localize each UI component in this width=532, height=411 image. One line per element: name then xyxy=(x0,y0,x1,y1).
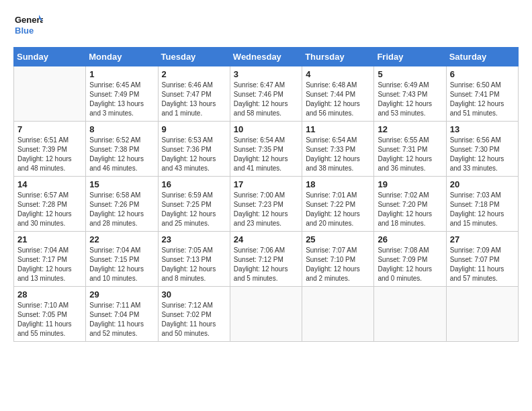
calendar-cell: 13Sunrise: 6:56 AMSunset: 7:30 PMDayligh… xyxy=(446,122,518,177)
calendar-week-3: 21Sunrise: 7:04 AMSunset: 7:17 PMDayligh… xyxy=(14,232,519,287)
day-info: Sunrise: 7:08 AMSunset: 7:09 PMDaylight:… xyxy=(378,246,442,283)
day-number: 1 xyxy=(89,69,154,79)
weekday-header-row: SundayMondayTuesdayWednesdayThursdayFrid… xyxy=(14,48,519,66)
calendar-week-1: 7Sunrise: 6:51 AMSunset: 7:39 PMDaylight… xyxy=(14,122,519,177)
day-info: Sunrise: 6:53 AMSunset: 7:36 PMDaylight:… xyxy=(162,136,226,173)
calendar-cell: 1Sunrise: 6:45 AMSunset: 7:49 PMDaylight… xyxy=(86,66,158,122)
calendar-cell: 26Sunrise: 7:08 AMSunset: 7:09 PMDayligh… xyxy=(374,232,446,287)
day-number: 5 xyxy=(378,69,442,79)
day-info: Sunrise: 7:11 AMSunset: 7:04 PMDaylight:… xyxy=(89,301,154,338)
calendar-cell: 25Sunrise: 7:07 AMSunset: 7:10 PMDayligh… xyxy=(302,232,374,287)
calendar-cell: 9Sunrise: 6:53 AMSunset: 7:36 PMDaylight… xyxy=(158,122,230,177)
day-info: Sunrise: 6:50 AMSunset: 7:41 PMDaylight:… xyxy=(450,81,515,118)
weekday-header-sunday: Sunday xyxy=(14,48,86,66)
day-number: 17 xyxy=(234,179,298,189)
day-number: 13 xyxy=(450,124,515,134)
weekday-header-friday: Friday xyxy=(374,48,446,66)
calendar-cell: 22Sunrise: 7:04 AMSunset: 7:15 PMDayligh… xyxy=(86,232,158,287)
calendar-cell: 5Sunrise: 6:49 AMSunset: 7:43 PMDaylight… xyxy=(374,66,446,122)
calendar-cell: 16Sunrise: 6:59 AMSunset: 7:25 PMDayligh… xyxy=(158,177,230,232)
day-info: Sunrise: 6:46 AMSunset: 7:47 PMDaylight:… xyxy=(162,81,226,118)
day-info: Sunrise: 6:58 AMSunset: 7:26 PMDaylight:… xyxy=(89,191,154,228)
day-number: 18 xyxy=(306,179,370,189)
calendar-cell: 6Sunrise: 6:50 AMSunset: 7:41 PMDaylight… xyxy=(446,66,518,122)
day-number: 28 xyxy=(17,289,82,300)
day-number: 16 xyxy=(162,179,226,189)
day-info: Sunrise: 6:48 AMSunset: 7:44 PMDaylight:… xyxy=(306,81,370,118)
weekday-header-tuesday: Tuesday xyxy=(158,48,230,66)
day-number: 24 xyxy=(234,234,298,244)
day-info: Sunrise: 7:00 AMSunset: 7:23 PMDaylight:… xyxy=(234,191,298,228)
logo-svg: General Blue xyxy=(13,11,43,40)
calendar-cell xyxy=(374,287,446,342)
calendar-week-2: 14Sunrise: 6:57 AMSunset: 7:28 PMDayligh… xyxy=(14,177,519,232)
day-info: Sunrise: 7:02 AMSunset: 7:20 PMDaylight:… xyxy=(378,191,442,228)
calendar-cell xyxy=(230,287,302,342)
weekday-header-thursday: Thursday xyxy=(302,48,374,66)
calendar-cell: 18Sunrise: 7:01 AMSunset: 7:22 PMDayligh… xyxy=(302,177,374,232)
calendar-table: SundayMondayTuesdayWednesdayThursdayFrid… xyxy=(13,47,519,342)
day-number: 30 xyxy=(162,289,226,300)
day-info: Sunrise: 6:49 AMSunset: 7:43 PMDaylight:… xyxy=(378,81,442,118)
day-info: Sunrise: 7:04 AMSunset: 7:17 PMDaylight:… xyxy=(17,246,82,283)
day-number: 19 xyxy=(378,179,442,189)
calendar-cell: 4Sunrise: 6:48 AMSunset: 7:44 PMDaylight… xyxy=(302,66,374,122)
day-number: 9 xyxy=(162,124,226,134)
day-number: 8 xyxy=(89,124,154,134)
calendar-cell: 28Sunrise: 7:10 AMSunset: 7:05 PMDayligh… xyxy=(14,287,86,342)
calendar-cell xyxy=(446,287,518,342)
day-number: 2 xyxy=(162,69,226,79)
calendar-cell: 21Sunrise: 7:04 AMSunset: 7:17 PMDayligh… xyxy=(14,232,86,287)
day-number: 21 xyxy=(17,234,82,244)
calendar-cell: 27Sunrise: 7:09 AMSunset: 7:07 PMDayligh… xyxy=(446,232,518,287)
page-container: General Blue SundayMondayTuesdayWednesda… xyxy=(0,0,532,349)
day-number: 7 xyxy=(17,124,82,134)
calendar-cell: 8Sunrise: 6:52 AMSunset: 7:38 PMDaylight… xyxy=(86,122,158,177)
calendar-cell: 19Sunrise: 7:02 AMSunset: 7:20 PMDayligh… xyxy=(374,177,446,232)
day-info: Sunrise: 7:01 AMSunset: 7:22 PMDaylight:… xyxy=(306,191,370,228)
day-number: 10 xyxy=(234,124,298,134)
day-number: 25 xyxy=(306,234,370,244)
day-number: 12 xyxy=(378,124,442,134)
calendar-cell: 24Sunrise: 7:06 AMSunset: 7:12 PMDayligh… xyxy=(230,232,302,287)
calendar-cell: 15Sunrise: 6:58 AMSunset: 7:26 PMDayligh… xyxy=(86,177,158,232)
day-info: Sunrise: 7:12 AMSunset: 7:02 PMDaylight:… xyxy=(162,301,226,338)
day-info: Sunrise: 7:04 AMSunset: 7:15 PMDaylight:… xyxy=(89,246,154,283)
day-number: 14 xyxy=(17,179,82,189)
calendar-cell: 14Sunrise: 6:57 AMSunset: 7:28 PMDayligh… xyxy=(14,177,86,232)
day-info: Sunrise: 6:52 AMSunset: 7:38 PMDaylight:… xyxy=(89,136,154,173)
calendar-cell: 3Sunrise: 6:47 AMSunset: 7:46 PMDaylight… xyxy=(230,66,302,122)
day-info: Sunrise: 7:05 AMSunset: 7:13 PMDaylight:… xyxy=(162,246,226,283)
day-number: 6 xyxy=(450,69,515,79)
weekday-header-wednesday: Wednesday xyxy=(230,48,302,66)
svg-text:General: General xyxy=(15,15,43,25)
calendar-cell: 2Sunrise: 6:46 AMSunset: 7:47 PMDaylight… xyxy=(158,66,230,122)
header: General Blue xyxy=(13,11,519,40)
calendar-cell: 12Sunrise: 6:55 AMSunset: 7:31 PMDayligh… xyxy=(374,122,446,177)
day-number: 29 xyxy=(89,289,154,300)
day-info: Sunrise: 6:45 AMSunset: 7:49 PMDaylight:… xyxy=(89,81,154,118)
day-number: 11 xyxy=(306,124,370,134)
calendar-cell: 30Sunrise: 7:12 AMSunset: 7:02 PMDayligh… xyxy=(158,287,230,342)
day-number: 4 xyxy=(306,69,370,79)
logo: General Blue xyxy=(13,11,44,40)
calendar-cell xyxy=(302,287,374,342)
day-info: Sunrise: 6:56 AMSunset: 7:30 PMDaylight:… xyxy=(450,136,515,173)
calendar-cell: 23Sunrise: 7:05 AMSunset: 7:13 PMDayligh… xyxy=(158,232,230,287)
weekday-header-saturday: Saturday xyxy=(446,48,518,66)
day-number: 26 xyxy=(378,234,442,244)
day-info: Sunrise: 6:51 AMSunset: 7:39 PMDaylight:… xyxy=(17,136,82,173)
day-info: Sunrise: 6:47 AMSunset: 7:46 PMDaylight:… xyxy=(234,81,298,118)
day-info: Sunrise: 7:07 AMSunset: 7:10 PMDaylight:… xyxy=(306,246,370,283)
calendar-cell: 29Sunrise: 7:11 AMSunset: 7:04 PMDayligh… xyxy=(86,287,158,342)
calendar-cell: 17Sunrise: 7:00 AMSunset: 7:23 PMDayligh… xyxy=(230,177,302,232)
day-info: Sunrise: 7:09 AMSunset: 7:07 PMDaylight:… xyxy=(450,246,515,283)
day-number: 15 xyxy=(89,179,154,189)
day-info: Sunrise: 6:55 AMSunset: 7:31 PMDaylight:… xyxy=(378,136,442,173)
day-info: Sunrise: 6:54 AMSunset: 7:33 PMDaylight:… xyxy=(306,136,370,173)
day-number: 3 xyxy=(234,69,298,79)
day-number: 27 xyxy=(450,234,515,244)
day-info: Sunrise: 7:10 AMSunset: 7:05 PMDaylight:… xyxy=(17,301,82,338)
calendar-cell xyxy=(14,66,86,122)
day-number: 20 xyxy=(450,179,515,189)
